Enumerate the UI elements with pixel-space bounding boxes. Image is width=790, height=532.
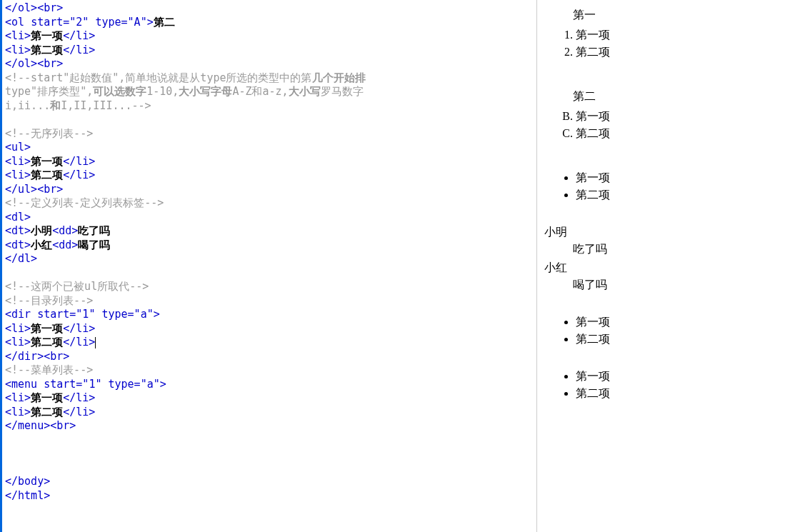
code-line-comment[interactable]: <!--菜单列表--> — [5, 363, 534, 378]
code-line[interactable]: <dl> — [5, 211, 534, 225]
tag-open-dl: <dl> — [5, 211, 31, 224]
code-line[interactable]: <li>第一项</li> — [5, 29, 534, 44]
code-line[interactable]: <dt>小明<dd>吃了吗 — [5, 224, 534, 239]
list-item: 第一项 — [576, 313, 783, 331]
code-line[interactable]: <li>第二项</li> — [5, 44, 534, 58]
code-line-comment[interactable]: <!--定义列表-定义列表标签--> — [5, 196, 534, 211]
list-item: 第一项 — [576, 368, 783, 385]
tag-open-ol: <ol — [5, 16, 31, 29]
code-line[interactable]: </dir><br> — [5, 350, 534, 364]
comment: <!--目录列表--> — [5, 294, 93, 307]
definition-term: 小明 — [544, 224, 783, 241]
list-item: 第二项 — [576, 125, 783, 142]
tag-open-dir: <dir — [5, 308, 37, 321]
text: 第二项 — [31, 44, 63, 56]
code-line-comment[interactable]: <!--这两个已被ul所取代--> — [5, 280, 534, 294]
code-line[interactable]: </html> — [5, 489, 534, 503]
code-line-blank[interactable] — [5, 433, 534, 448]
preview-pane: 第一 第一项 第二项 第二 第一项 第二项 第一项 第二项 小明 吃了吗 小红 … — [537, 0, 790, 532]
code-line[interactable]: </ol><br> — [5, 57, 534, 71]
code-line[interactable]: <li>第二项</li> — [5, 169, 534, 183]
code-line[interactable]: </body> — [5, 475, 534, 489]
list-item: 第一项 — [576, 169, 783, 186]
preview-unordered-list: 第一项 第二项 — [544, 169, 783, 204]
code-line[interactable]: </ol><br> — [5, 1, 534, 16]
preview-ordered-list-1: 第一项 第二项 — [544, 26, 783, 61]
preview-menu-list: 第一项 第二项 — [544, 368, 783, 402]
preview-ordered-list-2: 第一项 第二项 — [544, 108, 783, 142]
code-line-comment[interactable]: <!--无序列表--> — [5, 127, 534, 141]
code-line[interactable]: <dt>小红<dd>喝了吗 — [5, 239, 534, 253]
definition-desc: 吃了吗 — [573, 241, 783, 258]
code-line[interactable]: </menu><br> — [5, 419, 534, 433]
tag-close-html: </html> — [5, 489, 50, 502]
tag-br: <br> — [37, 1, 63, 14]
comment: <!--菜单列表--> — [5, 363, 93, 376]
code-line[interactable]: <li>第二项</li> — [5, 336, 534, 350]
list-item: 第一项 — [576, 26, 783, 44]
code-line-blank[interactable] — [5, 266, 534, 281]
list-item: 第一项 — [576, 108, 783, 125]
tag-close-ol: </ol> — [5, 1, 37, 14]
code-line[interactable]: <li>第一项</li> — [5, 155, 534, 169]
tag-close-dl: </dl> — [5, 252, 37, 265]
preview-definition-list: 小明 吃了吗 小红 喝了吗 — [544, 224, 783, 293]
definition-desc: 喝了吗 — [573, 276, 783, 293]
code-line[interactable]: <menu start="1" type="a"> — [5, 378, 534, 392]
comment: <!--定义列表-定义列表标签--> — [5, 196, 164, 209]
comment: <!--这两个已被ul所取代--> — [5, 280, 149, 293]
preview-heading-1: 第一 — [573, 6, 783, 24]
text: 第一项 — [31, 29, 63, 42]
code-line[interactable]: </ul><br> — [5, 183, 534, 197]
code-line-comment[interactable]: <!--start"起始数值",简单地说就是从type所选的类型中的第几个开始排 — [5, 71, 534, 86]
code-line[interactable]: <li>第一项</li> — [5, 391, 534, 406]
text-cursor — [95, 337, 96, 348]
tag-open-menu: <menu — [5, 378, 44, 391]
code-line[interactable]: <li>第二项</li> — [5, 406, 534, 420]
comment: <!--无序列表--> — [5, 127, 93, 140]
code-line-blank[interactable] — [5, 447, 534, 461]
text: 第二 — [154, 16, 175, 29]
list-item: 第二项 — [576, 385, 783, 402]
attr: start="2" type="A" — [31, 16, 147, 29]
definition-term: 小红 — [544, 259, 783, 276]
list-item: 第二项 — [576, 331, 783, 348]
preview-heading-2: 第二 — [573, 88, 783, 105]
code-line-comment[interactable]: <!--目录列表--> — [5, 294, 534, 308]
comment: <!--start"起始数值",简单地说就是从type所选的类型中的第 — [5, 71, 312, 84]
code-line[interactable]: <ul> — [5, 141, 534, 155]
code-line[interactable]: <dir start="1" type="a"> — [5, 308, 534, 322]
code-line-blank[interactable] — [5, 113, 534, 127]
code-line-comment[interactable]: i,ii...和I,II,III...--> — [5, 99, 534, 114]
code-line-blank[interactable] — [5, 461, 534, 476]
list-item: 第二项 — [576, 186, 783, 204]
code-editor-pane[interactable]: </ol><br> <ol start="2" type="A">第二 <li>… — [0, 0, 537, 532]
code-line[interactable]: <li>第一项</li> — [5, 322, 534, 336]
code-line[interactable]: <ol start="2" type="A">第二 — [5, 16, 534, 30]
code-line-comment[interactable]: type"排序类型",可以选数字1-10,大小写字母A-Z和a-z,大小写罗马数… — [5, 85, 534, 99]
preview-dir-list: 第一项 第二项 — [544, 313, 783, 348]
list-item: 第二项 — [576, 44, 783, 61]
tag-open-ul: <ul> — [5, 141, 31, 154]
code-line[interactable]: </dl> — [5, 252, 534, 266]
tag-close-body: </body> — [5, 475, 50, 488]
